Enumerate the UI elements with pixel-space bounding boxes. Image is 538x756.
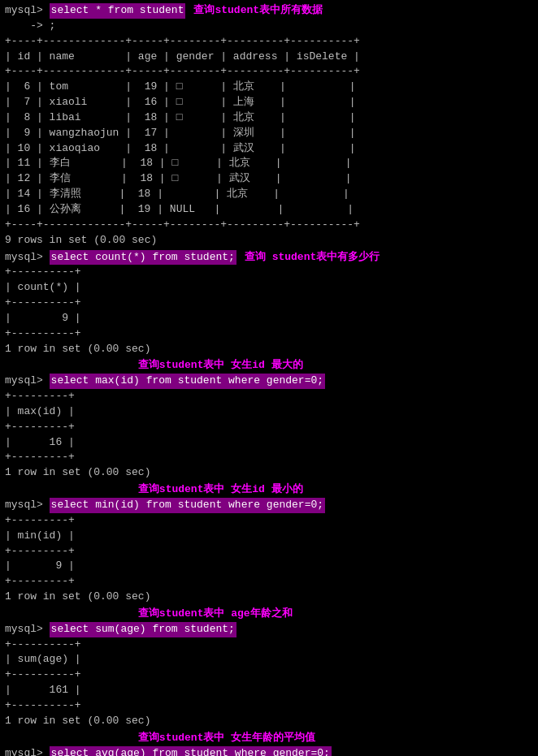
query-6-section: mysql> select avg(age) from student wher…	[5, 746, 533, 757]
mysql-prompt-5: mysql>	[5, 622, 50, 637]
mysql-prompt-3: mysql>	[5, 374, 50, 389]
query-6-annotation: 查询student表中 女生年龄的平均值	[138, 731, 315, 746]
query-4-result: 1 row in set (0.00 sec)	[5, 590, 533, 605]
query-6-annotation-text: 查询student表中 女生年龄的平均值	[138, 732, 315, 744]
query-4-annotation-line: 查询student表中 女生id 最小的	[5, 482, 533, 498]
query-3-annotation-line: 查询student表中 女生id 最大的	[5, 358, 533, 374]
query-6-annotation-line: 查询student表中 女生年龄的平均值	[5, 731, 533, 746]
query-3-annotation-text: 查询student表中 女生id 最大的	[138, 359, 303, 371]
query-5-annotation-line: 查询student表中 age年龄之和	[5, 607, 533, 622]
query-2-cmd[interactable]: select count(*) from student;	[50, 250, 236, 266]
query-4-prompt-line: mysql> select min(id) from student where…	[5, 498, 533, 513]
query-2-prompt-line: mysql> select count(*) from student; 查询 …	[5, 250, 533, 266]
mysql-prompt-1: mysql>	[5, 3, 50, 19]
query-1-arrow: -> ;	[5, 19, 533, 34]
query-4-table: +---------+ | min(id) | +---------+ | 9 …	[5, 513, 533, 590]
query-1-annotation-text: 查询student表中所有数据	[193, 4, 323, 16]
query-5-section: mysql> select sum(age) from student; +--…	[5, 622, 533, 729]
query-3-result: 1 row in set (0.00 sec)	[5, 465, 533, 481]
query-5-table: +----------+ | sum(age) | +----------+ |…	[5, 637, 533, 714]
mysql-prompt-4: mysql>	[5, 498, 50, 513]
query-1-section: mysql> select * from student 查询student表中…	[5, 3, 533, 248]
query-3-cmd[interactable]: select max(id) from student where gender…	[50, 374, 325, 389]
query-1-annotation: 查询student表中所有数据	[193, 3, 323, 19]
query-3-annotation: 查询student表中 女生id 最大的	[138, 358, 303, 374]
query-5-prompt-line: mysql> select sum(age) from student;	[5, 622, 533, 637]
query-3-section: mysql> select max(id) from student where…	[5, 374, 533, 481]
query-2-result: 1 row in set (0.00 sec)	[5, 342, 533, 357]
query-1-table: +----+-------------+-----+--------+-----…	[5, 34, 533, 233]
query-6-prompt-line: mysql> select avg(age) from student wher…	[5, 746, 533, 757]
query-5-cmd[interactable]: select sum(age) from student;	[50, 622, 236, 637]
query-2-annotation: 查询 student表中有多少行	[245, 250, 380, 266]
query-4-cmd[interactable]: select min(id) from student where gender…	[50, 498, 325, 513]
query-5-annotation: 查询student表中 age年龄之和	[138, 607, 293, 622]
query-1-result: 9 rows in set (0.00 sec)	[5, 233, 533, 248]
mysql-prompt-2: mysql>	[5, 250, 50, 266]
query-5-annotation-text: 查询student表中 age年龄之和	[138, 607, 293, 620]
query-4-annotation: 查询student表中 女生id 最小的	[138, 482, 303, 498]
query-3-table: +---------+ | max(id) | +---------+ | 16…	[5, 389, 533, 465]
query-4-section: mysql> select min(id) from student where…	[5, 498, 533, 605]
query-1-cmd[interactable]: select * from student	[50, 3, 186, 19]
query-2-annotation-text: 查询 student表中有多少行	[245, 251, 380, 263]
query-3-prompt-line: mysql> select max(id) from student where…	[5, 374, 533, 389]
query-2-table: +----------+ | count(*) | +----------+ |…	[5, 265, 533, 341]
query-6-cmd[interactable]: select avg(age) from student where gende…	[50, 746, 332, 757]
query-5-result: 1 row in set (0.00 sec)	[5, 714, 533, 729]
query-1-prompt-line: mysql> select * from student 查询student表中…	[5, 3, 533, 19]
query-4-annotation-text: 查询student表中 女生id 最小的	[138, 483, 303, 495]
query-2-section: mysql> select count(*) from student; 查询 …	[5, 250, 533, 357]
mysql-prompt-6: mysql>	[5, 746, 50, 757]
